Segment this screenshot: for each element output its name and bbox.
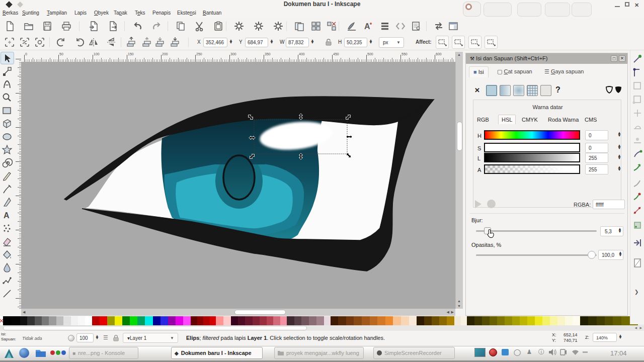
svg-text:A: A — [364, 22, 370, 31]
svg-text:A: A — [4, 211, 10, 220]
